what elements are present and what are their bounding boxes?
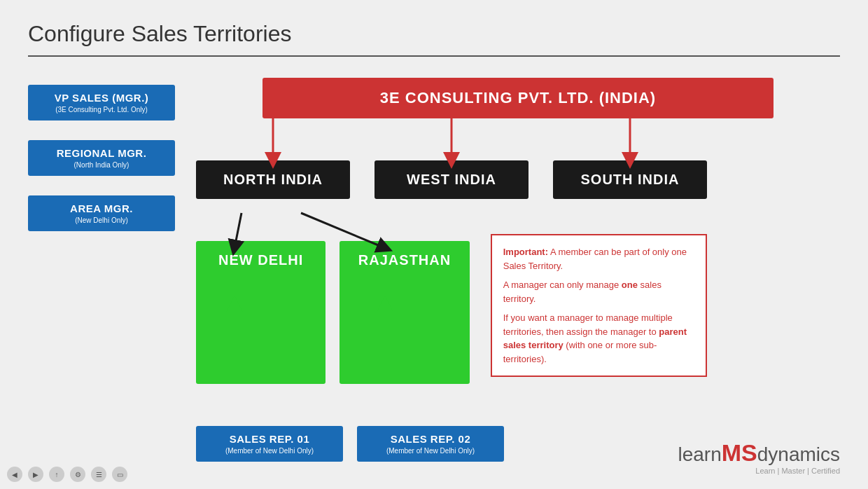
page-title: Configure Sales Territories [28, 21, 840, 47]
info-line-1: Important: A member can be part of only … [503, 245, 694, 273]
logo-ms: MS [722, 439, 757, 466]
legend-vp-sales: VP SALES (MGR.) (3E Consulting Pvt. Ltd.… [28, 85, 175, 120]
toolbar-icon-6[interactable]: ▭ [112, 467, 127, 482]
toolbar-icon-5[interactable]: ☰ [91, 467, 106, 482]
logo: learnMSdynamics Learn | Master | Certifi… [678, 439, 840, 475]
chart-column: 3E CONSULTING PVT. LTD. (INDIA) NORTH IN… [175, 78, 840, 462]
sales-rep-01-sub: (Member of New Delhi Only) [204, 447, 335, 455]
info-one-label: one [622, 280, 638, 290]
sub-level-row: NEW DELHI RAJASTHAN Important: A member … [196, 241, 707, 384]
toolbar-icon-2[interactable]: ▶ [28, 467, 43, 482]
info-box: Important: A member can be part of only … [491, 234, 707, 377]
regions-row: NORTH INDIA WEST INDIA SOUTH INDIA [196, 160, 707, 199]
page: Configure Sales Territories VP SALES (MG… [0, 0, 868, 489]
sales-rep-02-box: SALES REP. 02 (Member of New Delhi Only) [357, 426, 504, 462]
legend-vp-sales-main: VP SALES (MGR.) [36, 92, 167, 104]
info-line2-pre: A manager can only manage [503, 280, 622, 290]
toolbar-icon-1[interactable]: ◀ [7, 467, 22, 482]
new-delhi-box: NEW DELHI [196, 241, 326, 384]
south-india-box: SOUTH INDIA [553, 160, 707, 199]
sales-rep-02-sub: (Member of New Delhi Only) [365, 447, 496, 455]
toolbar-icon-3[interactable]: ↑ [49, 467, 64, 482]
top-bar: 3E CONSULTING PVT. LTD. (INDIA) [262, 78, 774, 118]
sales-rep-01-box: SALES REP. 01 (Member of New Delhi Only) [196, 426, 343, 462]
bottom-toolbar: ◀ ▶ ↑ ⚙ ☰ ▭ [7, 467, 127, 482]
rajasthan-box: RAJASTHAN [340, 241, 469, 384]
logo-dynamics: dynamics [757, 443, 840, 465]
legend-vp-sales-sub: (3E Consulting Pvt. Ltd. Only) [36, 106, 167, 113]
logo-text: learnMSdynamics [678, 439, 840, 467]
legend-column: VP SALES (MGR.) (3E Consulting Pvt. Ltd.… [28, 78, 175, 462]
legend-area-mgr: AREA MGR. (New Delhi Only) [28, 195, 175, 231]
legend-area-mgr-sub: (New Delhi Only) [36, 216, 167, 224]
info-line-2: A manager can only manage one sales terr… [503, 278, 694, 305]
logo-learn: learn [678, 443, 721, 465]
legend-regional-mgr: REGIONAL MGR. (North India Only) [28, 140, 175, 176]
logo-tagline: Learn | Master | Certified [678, 467, 840, 475]
west-india-box: WEST INDIA [374, 160, 528, 199]
legend-area-mgr-main: AREA MGR. [36, 202, 167, 214]
toolbar-icon-4[interactable]: ⚙ [70, 467, 85, 482]
sales-rep-02-main: SALES REP. 02 [365, 433, 496, 445]
sales-rep-01-main: SALES REP. 01 [204, 433, 335, 445]
legend-regional-mgr-main: REGIONAL MGR. [36, 147, 167, 159]
info-line-3: If you want a manager to manage multiple… [503, 311, 694, 366]
north-india-box: NORTH INDIA [196, 160, 350, 199]
main-content: VP SALES (MGR.) (3E Consulting Pvt. Ltd.… [28, 78, 840, 462]
legend-regional-mgr-sub: (North India Only) [36, 161, 167, 169]
info-line3-pre: If you want a manager to manage multiple… [503, 312, 673, 337]
title-divider [28, 55, 840, 57]
info-important-label: Important: [503, 247, 548, 257]
